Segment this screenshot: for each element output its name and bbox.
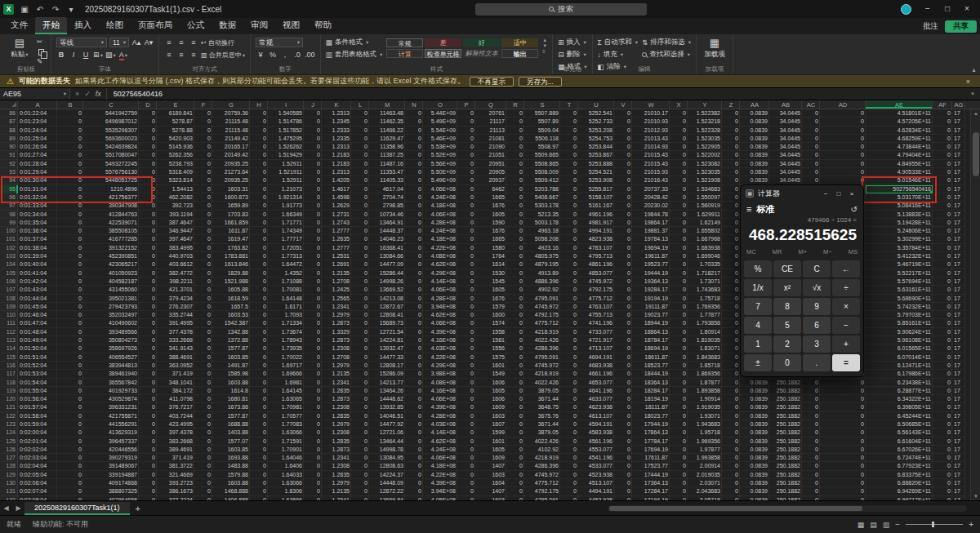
cell-K89[interactable]: 1.2335	[322, 135, 351, 143]
cell-Q93[interactable]: 20905	[475, 168, 506, 176]
cell-M127[interactable]: 13084.95	[369, 454, 405, 462]
cell-L95[interactable]: 0	[351, 185, 369, 193]
cell-L118[interactable]: 0	[351, 379, 369, 387]
align-bottom-icon[interactable]: ≡	[189, 38, 198, 47]
cell-L86[interactable]: 0	[351, 109, 369, 118]
calc-key-6[interactable]: 6	[803, 317, 831, 334]
cell-O111[interactable]: 4.06E+08	[423, 319, 457, 327]
cell-K99[interactable]: 1.2743	[322, 219, 351, 227]
cell-V126[interactable]: 0	[614, 446, 632, 454]
cell-V91[interactable]: 0	[614, 151, 632, 159]
cell-AB124[interactable]: 250.1882	[769, 429, 802, 437]
cell-R115[interactable]: 0	[506, 353, 524, 362]
cell-AG110[interactable]: 17	[952, 311, 965, 319]
cell-X122[interactable]: 0	[670, 412, 688, 420]
cell-H129[interactable]: 0	[250, 471, 268, 479]
vertical-scrollbar[interactable]: ▲ ▼	[970, 109, 980, 500]
align-right-icon[interactable]: ≡	[189, 50, 198, 60]
cell-F104[interactable]: 0	[194, 260, 212, 269]
cell-G128[interactable]: 1483.88	[212, 462, 250, 470]
cell-J129[interactable]: 0	[304, 471, 322, 479]
cell-O101[interactable]: 4.18E+08	[423, 235, 457, 243]
cell-AF113[interactable]: 0	[933, 336, 952, 344]
cell-T111[interactable]: 0	[560, 319, 578, 327]
cell-S119[interactable]: 3879.05	[524, 387, 560, 395]
cell-N127[interactable]: 0	[405, 454, 423, 462]
cell-A96[interactable]: 0:01:32:04	[18, 193, 57, 202]
cell-N115[interactable]: 0	[405, 353, 423, 362]
cell-R114[interactable]: 0	[506, 344, 524, 353]
cell-O122[interactable]: 4.28E+08	[423, 412, 457, 420]
cell-L121[interactable]: 0	[351, 403, 369, 411]
calculator-history-icon[interactable]: ↺	[851, 205, 858, 214]
cell-Z124[interactable]: 0	[722, 429, 740, 437]
insert-cells-button[interactable]: ⊞插入▾	[558, 38, 586, 47]
cell-Q131[interactable]: 1407	[475, 487, 506, 495]
cell-G108[interactable]: 1618.59	[212, 295, 250, 303]
calc-key-−[interactable]: −	[832, 317, 860, 334]
cell-Z102[interactable]: 0	[722, 244, 740, 252]
cell-A100[interactable]: 0:01:36:04	[18, 227, 57, 235]
cell-S104[interactable]: 4879.195	[524, 260, 560, 269]
row-header-104[interactable]: 104	[0, 260, 18, 269]
cell-T96[interactable]: 0	[560, 193, 578, 202]
ribbon-tab-8[interactable]: 视图	[275, 17, 307, 34]
cell-K127[interactable]: 1.2341	[322, 454, 351, 462]
cell-O117[interactable]: 3.98E+08	[423, 370, 457, 378]
cell-R89[interactable]: 0	[506, 135, 524, 143]
cell-Z86[interactable]: 0	[722, 109, 740, 118]
cell-AE99[interactable]: 5.19428E+11	[866, 219, 933, 227]
cell-J108[interactable]: 0	[304, 295, 322, 303]
cell-T126[interactable]: 0	[560, 446, 578, 454]
cell-F109[interactable]: 0	[194, 303, 212, 311]
cell-H96[interactable]: 0	[250, 193, 268, 202]
cell-G87[interactable]: 21115.48	[212, 118, 250, 126]
cell-D120[interactable]: 0	[139, 395, 157, 403]
cell-B87[interactable]: 0	[57, 118, 83, 126]
cell-G122[interactable]: 1577.87	[212, 412, 250, 420]
cell-V97[interactable]: 0	[614, 202, 632, 210]
fill-button[interactable]: ↓填充▾	[598, 50, 639, 60]
cell-AF94[interactable]: 0	[933, 176, 952, 184]
cell-L97[interactable]: 0	[351, 202, 369, 210]
cell-AE107[interactable]: 5.63161E+11	[866, 286, 933, 294]
calculator-title-bar[interactable]: ▦ 计算器 − □ ×	[741, 185, 863, 202]
cut-icon[interactable]: ✂	[37, 38, 46, 46]
row-header-102[interactable]: 102	[0, 244, 18, 252]
cell-J113[interactable]: 0	[304, 336, 322, 344]
cell-G121[interactable]: 1673.88	[212, 403, 250, 411]
column-header-W[interactable]: W	[632, 100, 670, 109]
cell-E101[interactable]: 397.4647	[157, 235, 194, 243]
row-header-110[interactable]: 110	[0, 311, 18, 319]
cell-AG126[interactable]: 17	[952, 446, 965, 454]
gallery-more-icon[interactable]: ≡	[542, 49, 547, 54]
cell-E109[interactable]: 276.2307	[157, 303, 194, 311]
cell-C127[interactable]: 390279319	[83, 454, 139, 462]
cell-I103[interactable]: 1.77313	[268, 252, 304, 260]
cell-V100[interactable]: 0	[614, 227, 632, 235]
cell-W88[interactable]: 21012.93	[632, 127, 670, 135]
cell-AF88[interactable]: 0	[933, 127, 952, 135]
cell-P87[interactable]: 0	[457, 118, 475, 126]
cell-I120[interactable]: 1.63065	[268, 395, 304, 403]
cell-E129[interactable]: 321.4669	[157, 471, 194, 479]
cell-AB90[interactable]: 34.0445	[769, 143, 802, 151]
cell-S112[interactable]: 4218.919	[524, 328, 560, 336]
cell-F111[interactable]: 0	[194, 319, 212, 327]
cell-C116[interactable]: 383944813	[83, 362, 139, 370]
cell-B119[interactable]: 0	[57, 387, 83, 395]
cell-AE125[interactable]: 6.61604E+11	[866, 438, 933, 446]
fill-color-button[interactable]: ▨▾	[105, 50, 116, 60]
cell-M112[interactable]: 12721.54	[369, 328, 405, 336]
cell-V87[interactable]: 0	[614, 118, 632, 126]
cell-Q101[interactable]: 1665	[475, 235, 506, 243]
cell-H132[interactable]: 0	[250, 496, 268, 500]
cell-L131[interactable]: 0	[351, 487, 369, 495]
cell-S91[interactable]: 5509.865	[524, 151, 560, 159]
cell-Q107[interactable]: 1605	[475, 286, 506, 294]
cell-B102[interactable]: 0	[57, 244, 83, 252]
cell-Q125[interactable]: 1601	[475, 438, 506, 446]
cell-C94[interactable]: 5448051725	[83, 176, 139, 184]
cell-U93[interactable]: 5254.521	[578, 168, 614, 176]
cell-Z116[interactable]: 0	[722, 362, 740, 370]
